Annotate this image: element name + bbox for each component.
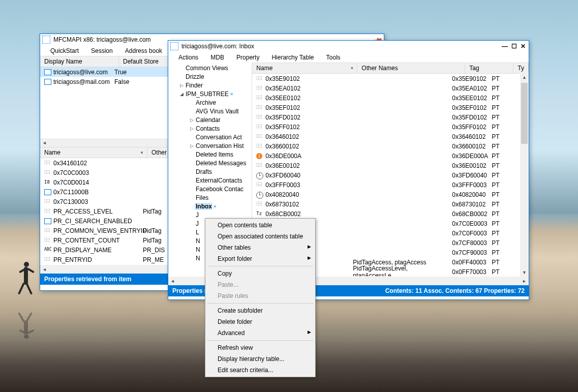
col-tag[interactable]: Tag (465, 63, 513, 73)
tree-item[interactable]: ◢IPM_SUBTREE» (168, 89, 252, 98)
scroll-thumb[interactable] (521, 83, 528, 144)
context-menu-item[interactable]: Create subfolder (206, 305, 314, 316)
menu-property[interactable]: Property (231, 53, 264, 62)
col-name[interactable]: Name▼ (252, 63, 357, 73)
tree-item[interactable]: ▷Conversation Hist (168, 141, 252, 150)
menu-quickstart[interactable]: QuickStart (45, 46, 84, 55)
property-row[interactable]: 0x3FFF00030x3FFF0003PT (252, 180, 529, 190)
property-row[interactable]: 0x35EF01020x35EF0102PT (252, 103, 529, 112)
expand-icon[interactable]: ▷ (189, 117, 195, 123)
property-row[interactable]: 0x35FF01020x35FF0102PT (252, 122, 529, 132)
context-menu-item[interactable]: Refresh view (206, 342, 314, 353)
binary-icon (256, 95, 263, 101)
tree-item[interactable]: Deleted Items (168, 150, 252, 159)
context-menu-item[interactable]: Delete folder (206, 316, 314, 327)
tree-item[interactable]: Archive (168, 98, 252, 107)
property-row[interactable]: Tz0x68CB00020x68CB0002PT (252, 209, 529, 219)
tree-item[interactable]: Files (168, 193, 252, 202)
context-menu-item[interactable]: Open contents table (206, 220, 314, 231)
property-row[interactable]: 0x687301020x68730102PT (252, 199, 529, 209)
store-icon (44, 79, 51, 85)
property-row[interactable]: 0x35EA01020x35EA0102PT (252, 83, 529, 93)
menu-actions[interactable]: Actions (173, 53, 203, 62)
scroll-right-icon[interactable]: ► (520, 277, 529, 285)
tree-item[interactable]: Common Views (168, 64, 252, 72)
minimize-button[interactable]: — (501, 43, 508, 50)
property-row[interactable]: 0x35E901020x35E90102PT (252, 74, 529, 83)
property-row[interactable]: 0x3FD600400x3FD60040PT (252, 170, 529, 180)
tree-item[interactable]: ▷Finder (168, 81, 252, 89)
prop-tag: 0x36DE000A (452, 153, 492, 160)
scrollbar-v[interactable]: ▲ ▼ (520, 73, 529, 277)
property-row[interactable]: 0x408200400x40820040PT (252, 190, 529, 199)
binary-icon (44, 170, 51, 176)
tree-item[interactable]: Inbox» (168, 202, 252, 210)
property-row[interactable]: 0x364601020x36460102PT (252, 132, 529, 141)
col-name[interactable]: Name▼ (40, 147, 147, 158)
menu-item-label: Create subfolder (218, 307, 263, 314)
prop-tag: 0x35FF0102 (452, 124, 492, 131)
i2-icon: Tz (256, 211, 263, 217)
scroll-left-icon[interactable]: ◄ (40, 138, 49, 147)
prop-type: PT (492, 259, 499, 266)
prop-name: 0x34160102 (53, 160, 143, 167)
property-row[interactable]: 0x366001020x36600102PT (252, 141, 529, 151)
menu-addressbook[interactable]: Address book (120, 46, 167, 55)
col-display-name[interactable]: Display Name (40, 56, 119, 67)
menu-hierarchy[interactable]: Hierarchy Table (266, 53, 319, 62)
scroll-left-icon[interactable]: ◄ (40, 265, 49, 274)
prop-type: PT (492, 249, 499, 256)
menu-mdb[interactable]: MDB (205, 53, 229, 62)
warning-icon: ! (256, 153, 263, 159)
expand-icon[interactable]: ▷ (189, 143, 195, 148)
prop-name: PR_DISPLAY_NAME (53, 247, 143, 254)
prop-other: PR_DIS (143, 247, 165, 254)
menu-session[interactable]: Session (86, 46, 118, 55)
binary-icon (44, 237, 51, 244)
context-menu-item[interactable]: Copy (206, 268, 314, 279)
prop-tag: 0x7C0E0003 (452, 220, 492, 227)
tree-item[interactable]: Drafts (168, 167, 252, 176)
tree-item[interactable]: Conversation Act (168, 133, 252, 141)
prop-name: 0x7C11000B (53, 189, 143, 196)
property-row[interactable]: 0x36E001020x36E00102PT (252, 161, 529, 170)
tree-label: Conversation Hist (195, 142, 244, 149)
context-menu-item[interactable]: Open associated contents table (206, 231, 314, 242)
scroll-left-icon[interactable]: ◄ (168, 277, 177, 285)
tree-item[interactable]: ExternalContacts (168, 176, 252, 185)
property-row[interactable]: !0x36DE000A0x36DE000APT (252, 151, 529, 161)
menu-item-label: Open associated contents table (218, 233, 303, 240)
submenu-arrow-icon: ▶ (308, 255, 311, 260)
col-other-names[interactable]: Other Names (357, 63, 465, 73)
context-menu-item[interactable]: Advanced▶ (206, 327, 314, 339)
maximize-button[interactable]: ☐ (510, 43, 518, 50)
col-type[interactable]: Ty (513, 63, 529, 73)
close-button[interactable]: ✕ (520, 43, 527, 50)
context-menu-item[interactable]: Display hierarchy table... (206, 353, 314, 365)
tree-label: Common Views (185, 65, 228, 72)
tree-item[interactable]: Deleted Messages (168, 159, 252, 167)
context-menu-item: Paste... (206, 279, 314, 290)
expand-icon[interactable]: ▷ (189, 126, 195, 131)
tree-item[interactable]: Facebook Contac (168, 185, 252, 193)
status-text: Properties retrieved from item (44, 276, 131, 283)
collapse-icon[interactable]: ◢ (178, 92, 185, 97)
menu-tools[interactable]: Tools (321, 53, 346, 62)
expand-icon[interactable]: ▷ (178, 83, 185, 88)
tree-item[interactable]: ▷Calendar (168, 115, 252, 124)
submenu-arrow-icon: ▶ (308, 244, 311, 249)
property-row[interactable]: 0x35FD01020x35FD0102PT (252, 112, 529, 122)
tree-label: J (195, 220, 199, 227)
titlebar[interactable]: triciagoss@live.com: Inbox — ☐ ✕ (168, 41, 529, 52)
tree-label: Archive (195, 99, 216, 106)
context-menu-item[interactable]: Edit search criteria... (206, 365, 314, 376)
context-menu-item[interactable]: Export folder▶ (206, 253, 314, 264)
scroll-up-icon[interactable]: ▲ (520, 73, 529, 81)
property-row[interactable]: 0x35EE01020x35EE0102PT (252, 93, 529, 103)
tree-item[interactable]: ▷Contacts (168, 124, 252, 133)
tree-item[interactable]: Drizzle (168, 72, 252, 81)
binary-icon (44, 257, 51, 263)
tree-item[interactable]: AVG Virus Vault (168, 107, 252, 115)
context-menu-item[interactable]: Other tables▶ (206, 242, 314, 253)
scroll-down-icon[interactable]: ▼ (520, 268, 529, 277)
